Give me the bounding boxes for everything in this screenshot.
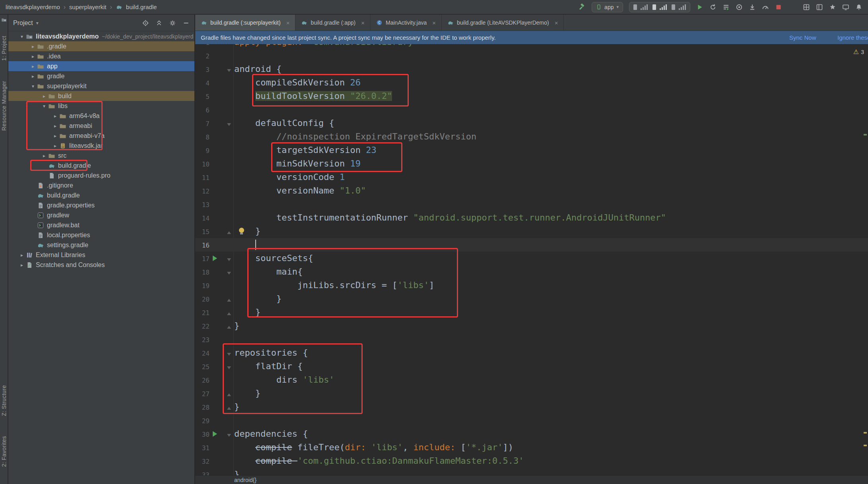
notifications-bell-icon[interactable] — [855, 4, 862, 11]
run-config-select[interactable]: app ▾ — [592, 2, 623, 12]
tree-item-local-properties[interactable]: local.properties — [8, 230, 194, 240]
tree-item-libs[interactable]: ▾libs — [8, 101, 194, 111]
tool-button-structure[interactable]: Z: Structure — [0, 377, 8, 424]
tree-item-superplayerkit[interactable]: ▾superplayerkit — [8, 81, 194, 91]
line-number[interactable]: 3 — [195, 63, 210, 77]
line-number[interactable]: 2 — [195, 50, 210, 63]
line-number[interactable]: 25 — [195, 360, 210, 374]
code-line-8[interactable]: 8 //noinspection ExpiredTargetSdkVersion — [195, 130, 868, 143]
rerun-icon[interactable] — [709, 4, 717, 11]
fold-marker-icon[interactable] — [227, 366, 231, 369]
tab-close-icon[interactable]: × — [555, 19, 558, 26]
grid-icon[interactable] — [803, 4, 810, 11]
line-number[interactable]: 10 — [195, 158, 210, 171]
tree-item-external-libraries[interactable]: ▸External Libraries — [8, 250, 194, 260]
code-line-20[interactable]: 20 } — [195, 292, 868, 306]
fold-marker-icon[interactable] — [227, 299, 231, 302]
line-number[interactable]: 28 — [195, 401, 210, 414]
device-cast-icon[interactable] — [842, 4, 849, 11]
code-line-24[interactable]: 24repositories { — [195, 346, 868, 360]
layout-panels-icon[interactable] — [816, 4, 823, 11]
code-line-10[interactable]: 10 minSdkVersion 19 — [195, 157, 868, 170]
tree-item-gradlew-bat[interactable]: gradlew.bat — [8, 220, 194, 230]
line-number[interactable]: 22 — [195, 320, 210, 333]
locate-icon[interactable] — [142, 19, 149, 27]
line-number[interactable]: 21 — [195, 306, 210, 320]
project-stripe-icon[interactable] — [1, 17, 7, 23]
error-stripe-mark[interactable] — [864, 432, 867, 434]
tool-button-project[interactable]: 1: Project — [0, 28, 8, 68]
code-line-7[interactable]: 7 defaultConfig { — [195, 116, 868, 130]
line-number[interactable]: 4 — [195, 77, 210, 90]
run-line-icon[interactable] — [213, 256, 217, 261]
code-line-13[interactable]: 13 — [195, 197, 868, 211]
code-line-9[interactable]: 9 targetSdkVersion 23 — [195, 143, 868, 157]
tree-expand-arrow-icon[interactable]: ▾ — [40, 103, 48, 109]
code-line-30[interactable]: 30dependencies { — [195, 427, 868, 441]
breadcrumb-module[interactable]: superplayerkit — [69, 4, 106, 10]
tab-close-icon[interactable]: × — [361, 19, 365, 26]
code-line-4[interactable]: 4 compileSdkVersion 26 — [195, 76, 868, 89]
magic-star-icon[interactable] — [829, 4, 836, 11]
code-line-29[interactable]: 29 — [195, 414, 868, 427]
fold-marker-icon[interactable] — [227, 258, 231, 261]
attach-debugger-icon[interactable] — [749, 4, 756, 11]
fold-marker-icon[interactable] — [227, 326, 231, 329]
code-line-12[interactable]: 12 versionName "1.0" — [195, 184, 868, 197]
editor-tab-mainactivity-java[interactable]: CMainActivity.java× — [371, 15, 442, 31]
line-number[interactable]: 14 — [195, 212, 210, 225]
code-line-17[interactable]: 17 sourceSets{ — [195, 252, 868, 265]
tree-expand-arrow-icon[interactable]: ▸ — [51, 123, 59, 129]
fold-marker-icon[interactable] — [227, 353, 231, 356]
tree-item-build-gradle[interactable]: build.gradle — [8, 190, 194, 200]
code-line-26[interactable]: 26 dirs 'libs' — [195, 373, 868, 387]
code-line-33[interactable]: 33} — [195, 468, 868, 475]
line-number[interactable]: 13 — [195, 198, 210, 212]
line-number[interactable]: 15 — [195, 225, 210, 239]
code-line-31[interactable]: 31 compile fileTree(dir: 'libs', include… — [195, 441, 868, 454]
tree-item-scratches-and-consoles[interactable]: ▸Scratches and Consoles — [8, 260, 194, 270]
sync-now-link[interactable]: Sync Now — [789, 31, 816, 44]
line-number[interactable]: 23 — [195, 333, 210, 347]
breadcrumb-project[interactable]: liteavsdkplayerdemo — [6, 4, 60, 10]
error-stripe-mark[interactable] — [864, 134, 867, 136]
line-number[interactable]: 9 — [195, 144, 210, 158]
tree-expand-arrow-icon[interactable]: ▾ — [29, 83, 37, 89]
error-stripe-mark[interactable] — [864, 445, 867, 446]
code-line-32[interactable]: 32 compile 'com.github.ctiao:DanmakuFlam… — [195, 454, 868, 468]
line-number[interactable]: 6 — [195, 104, 210, 117]
tree-item-gitignore[interactable]: .gitignore — [8, 180, 194, 190]
line-number[interactable]: 18 — [195, 266, 210, 279]
line-number[interactable]: 31 — [195, 441, 210, 455]
line-number[interactable]: 12 — [195, 185, 210, 198]
tree-expand-arrow-icon[interactable]: ▸ — [18, 252, 26, 258]
tree-expand-arrow-icon[interactable]: ▸ — [29, 44, 37, 49]
line-number[interactable]: 24 — [195, 347, 210, 360]
collapse-all-icon[interactable] — [155, 19, 163, 27]
code-line-3[interactable]: 3android { — [195, 62, 868, 76]
line-number[interactable]: 30 — [195, 428, 210, 441]
editor-tab-build-gradle-app[interactable]: build.gradle (:app)× — [295, 15, 371, 31]
tree-expand-arrow-icon[interactable]: ▸ — [18, 262, 26, 268]
tab-close-icon[interactable]: × — [286, 19, 290, 26]
tree-item-build[interactable]: ▸build — [8, 91, 194, 101]
line-number[interactable]: 8 — [195, 131, 210, 144]
line-number[interactable]: 5 — [195, 90, 210, 104]
tree-item-build-gradle[interactable]: build.gradle — [8, 161, 194, 170]
line-number[interactable]: 11 — [195, 171, 210, 185]
inspection-warnings-widget[interactable]: ⚠ 3 — [853, 48, 864, 56]
tree-item-gradle[interactable]: ▸gradle — [8, 71, 194, 81]
tree-item-gradle-properties[interactable]: gradle.properties — [8, 200, 194, 210]
line-number[interactable]: 27 — [195, 387, 210, 401]
breadcrumb-android-block[interactable]: android{} — [234, 477, 256, 483]
breadcrumb-file[interactable]: build.gradle — [126, 4, 157, 10]
intention-bulb-icon[interactable] — [239, 228, 244, 233]
coverage-icon[interactable] — [736, 4, 743, 11]
tree-expand-arrow-icon[interactable]: ▾ — [18, 34, 26, 39]
code-line-16[interactable]: 16 — [195, 238, 868, 252]
panel-title[interactable]: Project — [13, 19, 33, 27]
fold-marker-icon[interactable] — [227, 123, 231, 126]
tree-item-idea[interactable]: ▸.idea — [8, 51, 194, 61]
fold-marker-icon[interactable] — [227, 393, 231, 396]
code-line-25[interactable]: 25 flatDir { — [195, 360, 868, 373]
